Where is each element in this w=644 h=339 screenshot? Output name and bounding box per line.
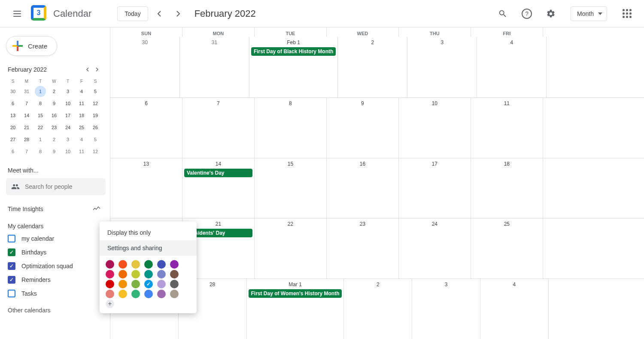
- day-cell[interactable]: 14Valentine's Day: [182, 158, 255, 218]
- mini-day-cell[interactable]: 14: [21, 110, 32, 121]
- mini-day-cell[interactable]: 15: [35, 110, 46, 121]
- color-swatch[interactable]: [131, 270, 140, 278]
- search-button[interactable]: [494, 5, 511, 22]
- mini-day-cell[interactable]: 10: [62, 146, 73, 157]
- day-cell[interactable]: 30: [110, 37, 180, 97]
- calendar-checkbox[interactable]: [8, 235, 15, 242]
- mini-day-cell[interactable]: 5: [90, 134, 101, 145]
- color-swatch[interactable]: [106, 290, 114, 298]
- mini-day-cell[interactable]: 17: [62, 110, 73, 121]
- mini-day-cell[interactable]: 2: [49, 134, 60, 145]
- day-cell[interactable]: [549, 279, 644, 339]
- calendar-checkbox[interactable]: [8, 262, 15, 270]
- next-period-button[interactable]: [170, 6, 186, 21]
- day-cell[interactable]: 23: [327, 218, 399, 278]
- mini-day-cell[interactable]: 11: [76, 98, 87, 109]
- day-cell[interactable]: Feb 1First Day of Black History Month: [249, 37, 338, 97]
- day-cell[interactable]: 25: [471, 218, 543, 278]
- mini-day-cell[interactable]: 13: [7, 110, 18, 121]
- time-insights-label[interactable]: Time Insights: [8, 206, 43, 212]
- view-selector[interactable]: Month: [571, 6, 607, 21]
- mini-day-cell[interactable]: 4: [76, 86, 87, 97]
- day-cell[interactable]: 31: [180, 37, 249, 97]
- color-swatch[interactable]: [106, 270, 114, 278]
- main-menu-button[interactable]: [7, 3, 27, 24]
- mini-day-cell[interactable]: 26: [90, 122, 101, 133]
- mini-day-cell[interactable]: 4: [76, 134, 87, 145]
- day-cell[interactable]: 2: [338, 37, 407, 97]
- color-swatch[interactable]: [157, 270, 166, 278]
- calendar-item[interactable]: Tasks: [4, 288, 104, 299]
- settings-sharing-option[interactable]: Settings and sharing: [100, 240, 197, 256]
- mini-day-cell[interactable]: 28: [21, 134, 32, 145]
- mini-day-cell[interactable]: 5: [90, 86, 101, 97]
- color-swatch[interactable]: [157, 260, 166, 269]
- mini-day-cell[interactable]: 6: [7, 98, 18, 109]
- mini-day-cell[interactable]: 8: [35, 146, 46, 157]
- mini-day-cell[interactable]: 22: [35, 122, 46, 133]
- mini-prev-button[interactable]: [84, 64, 91, 75]
- mini-day-cell[interactable]: 10: [62, 98, 73, 109]
- color-swatch[interactable]: [144, 270, 153, 278]
- support-button[interactable]: ?: [522, 9, 532, 19]
- create-button[interactable]: Create: [6, 36, 57, 56]
- color-swatch[interactable]: [118, 260, 127, 269]
- day-cell[interactable]: [547, 37, 644, 97]
- color-swatch[interactable]: [118, 280, 127, 288]
- day-cell[interactable]: Mar 1First Day of Women's History Month: [247, 279, 344, 339]
- other-calendars-label[interactable]: Other calendars: [8, 307, 100, 314]
- day-cell[interactable]: 16: [327, 158, 399, 218]
- mini-day-cell[interactable]: 19: [90, 110, 101, 121]
- day-cell[interactable]: 9: [327, 98, 399, 158]
- day-cell[interactable]: 17: [399, 158, 471, 218]
- day-cell[interactable]: 13: [110, 158, 182, 218]
- color-swatch[interactable]: [118, 270, 127, 278]
- day-cell[interactable]: [543, 218, 644, 278]
- calendar-item[interactable]: Birthdays: [4, 247, 104, 258]
- color-swatch[interactable]: [131, 280, 140, 288]
- settings-button[interactable]: [542, 5, 559, 22]
- color-swatch[interactable]: [170, 290, 179, 298]
- mini-next-button[interactable]: [94, 64, 100, 75]
- calendar-item[interactable]: Optimization squad: [4, 260, 104, 272]
- mini-day-cell[interactable]: 18: [76, 110, 87, 121]
- day-cell[interactable]: 15: [255, 158, 327, 218]
- color-swatch[interactable]: [157, 280, 166, 288]
- add-custom-color[interactable]: +: [106, 300, 114, 308]
- day-cell[interactable]: 8: [255, 98, 327, 158]
- mini-day-cell[interactable]: 1: [35, 134, 46, 145]
- day-cell[interactable]: 7: [182, 98, 255, 158]
- mini-day-cell[interactable]: 3: [62, 134, 73, 145]
- color-swatch[interactable]: [118, 290, 127, 298]
- mini-day-cell[interactable]: 2: [49, 86, 60, 97]
- mini-day-cell[interactable]: 8: [35, 98, 46, 109]
- day-cell[interactable]: 4: [480, 279, 549, 339]
- calendar-item[interactable]: my calendar: [4, 233, 104, 244]
- mini-day-cell[interactable]: 11: [76, 146, 87, 157]
- day-cell[interactable]: [543, 158, 644, 218]
- day-cell[interactable]: 6: [110, 98, 182, 158]
- day-cell[interactable]: 24: [399, 218, 471, 278]
- color-swatch[interactable]: [106, 280, 114, 288]
- calendar-checkbox[interactable]: [8, 276, 15, 284]
- mini-day-cell[interactable]: 16: [49, 110, 60, 121]
- color-swatch[interactable]: [170, 260, 179, 269]
- color-swatch[interactable]: [144, 290, 153, 298]
- mini-day-cell[interactable]: 7: [21, 146, 32, 157]
- mini-day-cell[interactable]: 24: [62, 122, 73, 133]
- today-button[interactable]: Today: [117, 6, 148, 21]
- mini-day-cell[interactable]: 20: [7, 122, 18, 133]
- mini-day-cell[interactable]: 1: [35, 86, 46, 97]
- color-swatch[interactable]: [170, 280, 179, 288]
- mini-day-cell[interactable]: 23: [49, 122, 60, 133]
- day-cell[interactable]: 3: [407, 37, 477, 97]
- google-apps-button[interactable]: [618, 5, 635, 22]
- mini-day-cell[interactable]: 9: [49, 146, 60, 157]
- mini-day-cell[interactable]: 12: [90, 146, 101, 157]
- color-swatch[interactable]: [157, 290, 166, 298]
- color-swatch[interactable]: [131, 290, 140, 298]
- mini-day-cell[interactable]: 30: [7, 86, 18, 97]
- day-cell[interactable]: [543, 98, 644, 158]
- mini-day-cell[interactable]: 12: [90, 98, 101, 109]
- color-swatch[interactable]: [144, 260, 153, 269]
